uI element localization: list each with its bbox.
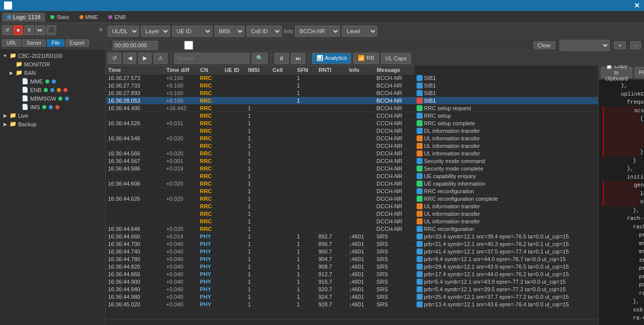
table-row[interactable]: RRC 1 DCCH-NR RRC reconfiguration xyxy=(106,188,599,195)
cell-cn xyxy=(222,74,246,82)
close-icon[interactable]: ✕ xyxy=(634,2,640,10)
table-row[interactable]: 16:36:27.573 +0.160 RRC 1 BCCH-NR SIB1 xyxy=(106,74,599,82)
table-row[interactable]: RRC 1 DCCH-NR UL information transfer xyxy=(106,142,599,150)
ul-caps-button[interactable]: UL Caps xyxy=(381,53,411,64)
table-row[interactable]: 16:36:44.660 +0.014 PHY 1 1 892.7 ↓4601 … xyxy=(106,233,599,240)
bottom-scrollbar[interactable] xyxy=(106,319,598,325)
table-row[interactable]: 16:36:44.860 +0.040 PHY 1 1 912.7 ↓4601 … xyxy=(106,271,599,278)
tree-item-enb[interactable]: 📄 ENB xyxy=(0,86,105,94)
tab-enb[interactable]: ENB xyxy=(103,13,131,22)
stop-button[interactable]: ■ xyxy=(13,25,23,35)
table-row[interactable]: 16:36:44.566 +0.020 RRC 1 DCCH-NR UL inf… xyxy=(106,150,599,157)
tree-item-live[interactable]: ▶ 📁 Live xyxy=(0,111,105,120)
cell-cn xyxy=(222,210,246,218)
imsi-select[interactable]: IMSI xyxy=(214,26,245,37)
mode-select[interactable]: UL/DL xyxy=(108,26,139,37)
refresh-button[interactable]: ↺ xyxy=(2,25,12,35)
table-row[interactable]: 16:36:27.733 +0.160 RRC 1 BCCH-NR SIB1 xyxy=(106,82,599,90)
analytics-button[interactable]: 📊 Analytics xyxy=(312,53,351,64)
msg-text: DL information transfer xyxy=(424,128,480,134)
tree-item-mbmsgw[interactable]: 📄 MBMSGW xyxy=(0,94,105,103)
rb-button[interactable]: 📶 RB xyxy=(353,53,378,64)
cell-ueid: 1 xyxy=(246,256,271,263)
tree-item-cbc[interactable]: ▼ 📁 CBC-2021050100 xyxy=(0,51,105,60)
tab-stats[interactable]: Stats xyxy=(45,13,74,22)
ueid-select[interactable]: UE ID xyxy=(172,26,212,37)
col-sfn: SFN xyxy=(295,66,316,74)
clear-button[interactable]: Clear xyxy=(533,41,555,49)
cellid-select[interactable]: Cell ID xyxy=(247,26,282,37)
sidebar-close-icon[interactable]: ✕ xyxy=(99,27,103,33)
skip-button[interactable]: ⏭ xyxy=(291,53,305,64)
time-origin-input[interactable] xyxy=(113,41,158,50)
info-select[interactable]: BCCH-NR xyxy=(295,26,340,37)
log-table-wrap[interactable]: Time Time diff CN UE ID IMSI Cell SFN RN… xyxy=(106,65,598,319)
clear-select[interactable] xyxy=(559,40,610,51)
server-button[interactable]: Server xyxy=(22,39,46,47)
table-row[interactable]: RRC 1 DCCH-NR UL information transfer xyxy=(106,218,599,225)
table-row[interactable]: 16:36:44.700 +0.040 PHY 1 1 896.7 ↓4601 … xyxy=(106,240,599,248)
step-button[interactable]: ⏭ xyxy=(35,25,45,35)
table-row[interactable]: 16:36:44.940 +0.040 PHY 1 1 920.7 ↓4601 … xyxy=(106,286,599,293)
table-row[interactable]: 16:36:45.020 +0.040 PHY 1 1 928.7 ↓4601 … xyxy=(106,301,599,308)
group-ue-checkbox[interactable] xyxy=(166,41,211,50)
file-button[interactable]: File xyxy=(47,39,64,47)
tab-mme[interactable]: MME xyxy=(74,13,104,22)
cell-ueid: 1 xyxy=(246,218,271,225)
prev-button[interactable]: ◀ xyxy=(123,53,136,64)
add-button[interactable]: + xyxy=(614,41,626,49)
cell-message: DL information transfer xyxy=(415,127,598,135)
tree-item-ran[interactable]: ▶ 📁 RAN xyxy=(0,68,105,77)
table-row[interactable]: 16:36:44.495 +16.442 RRC 1 BCCH-NR RRC s… xyxy=(106,105,599,112)
table-row[interactable]: 16:36:44.900 +0.040 PHY 1 1 916.7 ↓4601 … xyxy=(106,278,599,286)
refresh-log-button[interactable]: ↺ xyxy=(108,53,121,64)
table-row[interactable]: 16:36:44.980 +0.040 PHY 1 1 924.7 ↓4601 … xyxy=(106,293,599,301)
table-row[interactable]: 16:36:44.780 +0.040 PHY 1 1 904.7 ↓4601 … xyxy=(106,256,599,263)
table-row[interactable]: 16:36:44.740 +0.040 PHY 1 1 900.7 ↓4601 … xyxy=(106,248,599,256)
warning-button[interactable]: ⚠ xyxy=(153,53,168,64)
table-row[interactable]: 16:36:44.586 +0.019 RRC 1 DCCH-NR Securi… xyxy=(106,165,599,173)
minus-button[interactable]: - xyxy=(630,41,641,49)
tree-item-mme[interactable]: 📄 MME xyxy=(0,77,105,86)
search-icon-button[interactable]: 🔍 xyxy=(252,53,268,64)
pause-button[interactable]: ⏸ xyxy=(24,25,34,35)
table-row[interactable]: 16:36:44.606 +0.020 RRC 1 DCCH-NR UE cap… xyxy=(106,180,599,188)
table-row[interactable]: RRC 1 DCCH-NR DL information transfer xyxy=(106,127,599,135)
table-row[interactable]: 16:36:28.053 +0.160 RRC 1 BCCH-NR SIB1 xyxy=(106,97,599,105)
table-row[interactable]: 16:36:44.546 +0.020 RRC 1 DCCH-NR UL inf… xyxy=(106,135,599,142)
cell-cell xyxy=(295,150,316,157)
table-row[interactable]: 16:36:44.526 +0.031 RRC 1 CCCH-NR RRC se… xyxy=(106,120,599,127)
export-button[interactable]: Export xyxy=(65,39,89,47)
tree-item-monitor[interactable]: 📁 MONITOR xyxy=(0,60,105,68)
table-row[interactable]: 16:36:44.646 +0.020 RRC 1 DCCH-NR RRC re… xyxy=(106,225,599,233)
tab-logs[interactable]: Logs: 1118 xyxy=(2,13,45,22)
search-input[interactable] xyxy=(174,53,250,64)
next-button[interactable]: ▶ xyxy=(138,53,151,64)
url-button[interactable]: URL xyxy=(2,39,21,47)
table-row[interactable]: 16:36:44.567 +0.001 RRC 1 DCCH-NR Securi… xyxy=(106,157,599,165)
msg-text: UE capability information xyxy=(424,181,486,187)
table-row[interactable]: RRC 1 CCCH-NR RRC setup xyxy=(106,112,599,120)
clear-button[interactable]: ⬛ xyxy=(46,25,56,35)
plain-button[interactable]: Plain xyxy=(634,67,644,78)
table-row[interactable]: 16:36:44.626 +0.020 RRC 1 DCCH-NR RRC re… xyxy=(106,195,599,203)
cell-ueid xyxy=(246,90,271,97)
tree-item-backup[interactable]: ▶ 📁 Backup xyxy=(0,120,105,128)
cell-message: RRC reconfiguration xyxy=(415,225,598,233)
copy-to-clipboard-button[interactable]: 📋 Copy to clipboard xyxy=(601,67,632,78)
table-row[interactable]: RRC 1 DCCH-NR UE capability enquiry xyxy=(106,173,599,180)
layer-select[interactable]: Layer xyxy=(141,26,170,37)
table-row[interactable]: 16:36:27.893 +0.160 RRC 1 BCCH-NR SIB1 xyxy=(106,90,599,97)
table-row[interactable]: RRC 1 DCCH-NR UL information transfer xyxy=(106,203,599,210)
cell-time xyxy=(106,127,165,135)
cell-message: RRC setup complete xyxy=(415,120,598,127)
table-row[interactable]: RRC 1 DCCH-NR UL information transfer xyxy=(106,210,599,218)
cell-cn xyxy=(222,105,246,112)
tree-item-ims[interactable]: 📄 IMS xyxy=(0,103,105,111)
code-line: frequencyInfoUL { xyxy=(603,98,640,107)
table-row[interactable]: 16:36:44.820 +0.040 PHY 1 1 908.7 ↓4601 … xyxy=(106,263,599,271)
level-select[interactable]: Level xyxy=(342,26,377,37)
cell-cell xyxy=(295,157,316,165)
code-line: ra-ResponseWindow sl20 xyxy=(603,289,640,298)
pause-log-button[interactable]: ⏸ xyxy=(274,53,289,64)
